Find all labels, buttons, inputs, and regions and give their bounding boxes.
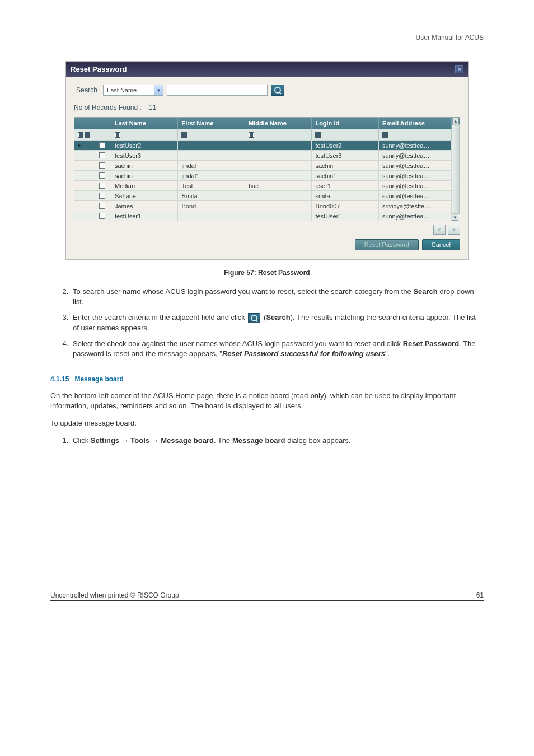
reset-password-button[interactable]: Reset Password [355, 239, 419, 250]
row-checkbox[interactable] [99, 162, 105, 169]
cell-last-name: Median [111, 180, 178, 190]
row-checkbox-cell [93, 170, 111, 180]
row-checkbox[interactable] [99, 183, 105, 189]
cell-login-id: testUser1 [312, 211, 378, 221]
cell-last-name: sachin [111, 170, 178, 180]
cell-email: sunny@testtea… [379, 160, 452, 170]
combo-value: Last Name [104, 86, 154, 94]
col-first-name[interactable]: First Name [178, 118, 245, 129]
row-checkbox-cell [93, 140, 111, 150]
cell-login-id: smita [312, 190, 378, 200]
search-input[interactable] [167, 85, 268, 96]
cell-login-id: sachin [312, 160, 378, 170]
row-checkbox[interactable] [99, 172, 105, 179]
page-prev-button[interactable]: < [433, 225, 446, 235]
reset-password-dialog: Reset Password ✕ Search Last Name ▼ No o… [65, 61, 469, 260]
cell-login-id: Bond007 [312, 200, 378, 211]
close-icon[interactable]: ✕ [455, 65, 463, 73]
table-row[interactable]: testUser3testUser3sunny@testtea… [74, 150, 452, 160]
search-label: Search [74, 85, 100, 95]
filter-icon[interactable] [249, 132, 254, 138]
cell-last-name: testUser2 [111, 140, 178, 150]
dialog-title: Reset Password [71, 65, 127, 73]
filter-icon[interactable] [315, 132, 321, 138]
row-indicator [74, 150, 93, 160]
text: To search user name whose ACUS login pas… [73, 287, 413, 296]
filter-icon[interactable] [181, 132, 187, 138]
vertical-scrollbar[interactable]: ▲ ▼ [452, 118, 460, 221]
cell-login-id: sachin1 [312, 170, 378, 180]
filter-icon[interactable] [78, 132, 83, 138]
col-middle-name[interactable]: Middle Name [245, 118, 312, 129]
filter-icon[interactable] [85, 132, 90, 138]
col-last-name[interactable]: Last Name [111, 118, 178, 129]
row-checkbox-cell [93, 200, 111, 211]
cell-first-name: jindal1 [178, 170, 245, 180]
filter-icon[interactable] [382, 132, 388, 138]
row-checkbox-cell [93, 180, 111, 190]
text-bold: Message board [232, 436, 285, 445]
row-indicator [74, 190, 93, 200]
table-row[interactable]: testUser2testUser2sunny@testtea… [74, 140, 452, 150]
scroll-down-icon[interactable]: ▼ [452, 214, 458, 221]
cell-middle-name [245, 190, 312, 200]
row-checkbox[interactable] [99, 203, 105, 209]
header-checkbox [93, 118, 111, 129]
table-row[interactable]: testUser1testUser1sunny@testtea… [74, 211, 452, 221]
records-label: No of Records Found : [74, 104, 142, 111]
scroll-up-icon[interactable]: ▲ [452, 118, 459, 124]
header-indicator [74, 118, 93, 129]
text: dialog box appears. [285, 436, 351, 445]
section-steps: Click Settings → Tools → Message board. … [60, 436, 484, 446]
row-checkbox[interactable] [99, 213, 105, 219]
row-checkbox-cell [93, 150, 111, 160]
text-bold: Search [266, 313, 290, 321]
row-indicator [74, 160, 93, 170]
table-row[interactable]: sachinjindal1sachin1sunny@testtea… [74, 170, 452, 180]
section-paragraph-1: On the bottom-left corner of the ACUS Ho… [50, 391, 484, 412]
table-row[interactable]: MedianTestbacuser1sunny@testtea… [74, 180, 452, 190]
results-grid: Last Name First Name Middle Name Login I… [74, 117, 460, 221]
chevron-down-icon[interactable]: ▼ [154, 85, 163, 95]
text: . The [214, 436, 232, 445]
col-email[interactable]: Email Address [379, 118, 452, 129]
row-checkbox[interactable] [99, 193, 105, 199]
cell-login-id: user1 [312, 180, 378, 190]
current-row-icon [78, 143, 81, 148]
search-category-combo[interactable]: Last Name ▼ [103, 85, 163, 96]
row-checkbox-cell [93, 211, 111, 221]
search-row: Search Last Name ▼ [74, 85, 460, 96]
cell-first-name [178, 211, 245, 221]
figure-caption: Figure 57: Reset Password [50, 269, 484, 277]
table-row[interactable]: JamesBondBond007srividya@testte… [74, 200, 452, 211]
cell-email: sunny@testtea… [379, 180, 452, 190]
cell-login-id: testUser3 [312, 150, 378, 160]
cell-last-name: testUser3 [111, 150, 178, 160]
instruction-list: To search user name whose ACUS login pas… [60, 287, 484, 360]
page-next-button[interactable]: > [448, 225, 460, 235]
table-row[interactable]: SahaneSmitasmitasunny@testtea… [74, 190, 452, 200]
section-paragraph-2: To update message board: [50, 418, 484, 429]
table-row[interactable]: sachinjindalsachinsunny@testtea… [74, 160, 452, 170]
grid-body: testUser2testUser2sunny@testtea…testUser… [74, 140, 452, 221]
row-checkbox[interactable] [99, 152, 105, 158]
cell-login-id: testUser2 [312, 140, 378, 150]
filter-icon[interactable] [115, 132, 120, 138]
section-heading: 4.1.15 Message board [50, 375, 484, 383]
cell-email: sunny@testtea… [379, 150, 452, 160]
col-login-id[interactable]: Login Id [312, 118, 378, 129]
instruction-3: Enter the search criteria in the adjacen… [71, 312, 484, 333]
text-bold: Message board [161, 436, 214, 445]
cell-first-name: Test [178, 180, 245, 190]
arrow-icon: → [149, 436, 161, 445]
search-button[interactable] [271, 85, 284, 96]
row-checkbox[interactable] [99, 142, 105, 148]
row-indicator [74, 180, 93, 190]
pager: < > [74, 225, 460, 235]
row-indicator [74, 200, 93, 211]
row-indicator [74, 140, 93, 150]
cell-middle-name [245, 160, 312, 170]
cancel-button[interactable]: Cancel [422, 239, 460, 250]
section-title: Message board [74, 375, 123, 383]
cell-first-name [178, 140, 245, 150]
